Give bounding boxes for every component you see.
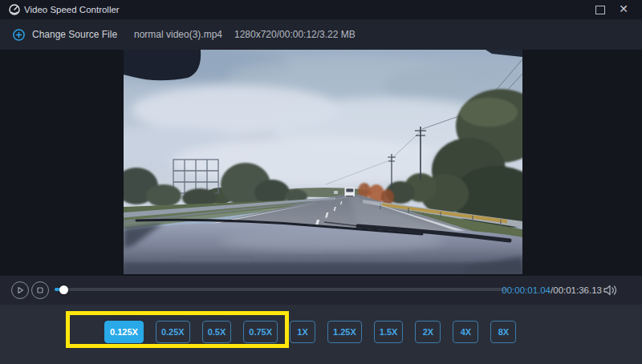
seek-thumb[interactable] bbox=[59, 285, 68, 294]
speed-button-2x[interactable]: 2X bbox=[415, 321, 441, 343]
speed-button-4x[interactable]: 4X bbox=[453, 321, 478, 343]
maximize-button[interactable] bbox=[595, 6, 605, 14]
speed-button-8x[interactable]: 8X bbox=[490, 321, 516, 343]
stop-button[interactable] bbox=[31, 281, 49, 299]
speed-buttons-group: 0.125X 0.25X 0.5X 0.75X 1X 1.25X 1.5X 2X… bbox=[104, 321, 516, 343]
transport-controls: 00:00:01.04/00:01:36.13 bbox=[0, 276, 642, 305]
app-window: Video Speed Controller ✕ Change Source F… bbox=[0, 0, 642, 364]
speed-button-1x[interactable]: 1X bbox=[290, 321, 315, 343]
speed-button-075x[interactable]: 0.75X bbox=[243, 321, 278, 343]
video-frame[interactable] bbox=[124, 50, 522, 274]
speed-button-025x[interactable]: 0.25X bbox=[156, 321, 190, 343]
speedometer-icon bbox=[9, 4, 20, 15]
duration: 00:01:36.13 bbox=[553, 285, 602, 295]
close-button[interactable]: ✕ bbox=[616, 0, 632, 19]
plus-circle-icon bbox=[13, 29, 25, 41]
current-filename: normal video(3).mp4 bbox=[134, 19, 222, 50]
speed-button-125x[interactable]: 1.25X bbox=[327, 321, 362, 343]
speed-button-0125x[interactable]: 0.125X bbox=[104, 321, 144, 343]
video-player-area bbox=[0, 50, 642, 276]
change-source-button[interactable]: Change Source File bbox=[13, 19, 117, 50]
speed-panel: 0.125X 0.25X 0.5X 0.75X 1X 1.25X 1.5X 2X… bbox=[0, 305, 642, 364]
play-button[interactable] bbox=[11, 281, 29, 299]
toolbar: Change Source File normal video(3).mp4 1… bbox=[0, 19, 642, 50]
change-source-label: Change Source File bbox=[32, 29, 117, 40]
seek-slider[interactable] bbox=[55, 288, 508, 291]
time-display: 00:00:01.04/00:01:36.13 bbox=[502, 276, 602, 305]
window-title: Video Speed Controller bbox=[24, 0, 120, 19]
speed-button-05x[interactable]: 0.5X bbox=[202, 321, 232, 343]
current-time: 00:00:01.04 bbox=[502, 285, 551, 295]
titlebar: Video Speed Controller ✕ bbox=[0, 0, 642, 19]
file-info: 1280x720/00:00:12/3.22 MB bbox=[234, 19, 356, 50]
speed-button-15x[interactable]: 1.5X bbox=[374, 321, 404, 343]
speaker-icon[interactable] bbox=[603, 284, 620, 297]
